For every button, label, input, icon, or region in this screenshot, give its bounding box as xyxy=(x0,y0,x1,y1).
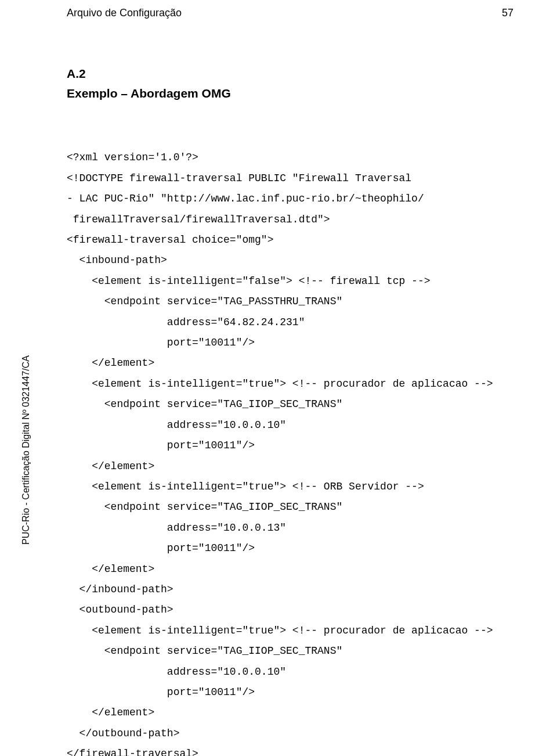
code-line: firewallTraversal/firewallTraversal.dtd"… xyxy=(67,214,330,225)
content: A.2 Exemplo – Abordagem OMG <?xml versio… xyxy=(67,67,534,756)
code-line: <element is-intelligent="true"> <!-- ORB… xyxy=(67,481,424,492)
code-line: address="10.0.0.10" xyxy=(67,666,286,678)
section-title: Exemplo – Abordagem OMG xyxy=(67,87,534,100)
code-line: </element> xyxy=(67,357,154,369)
code-line: address="64.82.24.231" xyxy=(67,316,305,328)
code-line: <element is-intelligent="true"> <!-- pro… xyxy=(67,378,493,390)
code-line: port="10011"/> xyxy=(67,337,255,348)
code-line: </inbound-path> xyxy=(67,584,173,595)
code-line: address="10.0.0.10" xyxy=(67,419,286,431)
page: Arquivo de Configuração 57 PUC-Rio - Cer… xyxy=(0,0,557,756)
code-block: <?xml version='1.0'?> <!DOCTYPE firewall… xyxy=(67,127,534,756)
running-head: Arquivo de Configuração 57 xyxy=(67,7,513,19)
code-line: port="10011"/> xyxy=(67,686,255,698)
code-line: <endpoint service="TAG_IIOP_SEC_TRANS" xyxy=(67,645,342,657)
code-line: <element is-intelligent="true"> <!-- pro… xyxy=(67,625,493,636)
code-line: </element> xyxy=(67,563,154,575)
code-line: <endpoint service="TAG_IIOP_SEC_TRANS" xyxy=(67,398,342,410)
code-line: </firewall-traversal> xyxy=(67,748,198,756)
section-label: A.2 xyxy=(67,67,534,81)
code-line: <!DOCTYPE firewall-traversal PUBLIC "Fir… xyxy=(67,172,411,184)
code-line: - LAC PUC-Rio" "http://www.lac.inf.puc-r… xyxy=(67,193,424,204)
code-line: </element> xyxy=(67,707,154,718)
certification-note: PUC-Rio - Certificação Digital Nº 032144… xyxy=(21,355,31,545)
code-line: <endpoint service="TAG_PASSTHRU_TRANS" xyxy=(67,296,342,307)
code-line: </outbound-path> xyxy=(67,728,179,739)
code-line: port="10011"/> xyxy=(67,542,255,554)
page-number: 57 xyxy=(502,7,513,19)
code-line: <inbound-path> xyxy=(67,254,167,266)
header-title: Arquivo de Configuração xyxy=(67,7,182,19)
code-line: </element> xyxy=(67,460,154,472)
code-line: address="10.0.0.13" xyxy=(67,522,286,534)
code-line: <endpoint service="TAG_IIOP_SEC_TRANS" xyxy=(67,501,342,513)
code-line: port="10011"/> xyxy=(67,440,255,451)
code-line: <firewall-traversal choice="omg"> xyxy=(67,234,273,246)
code-line: <outbound-path> xyxy=(67,604,173,615)
code-line: <element is-intelligent="false"> <!-- fi… xyxy=(67,275,431,287)
code-line: <?xml version='1.0'?> xyxy=(67,152,198,163)
